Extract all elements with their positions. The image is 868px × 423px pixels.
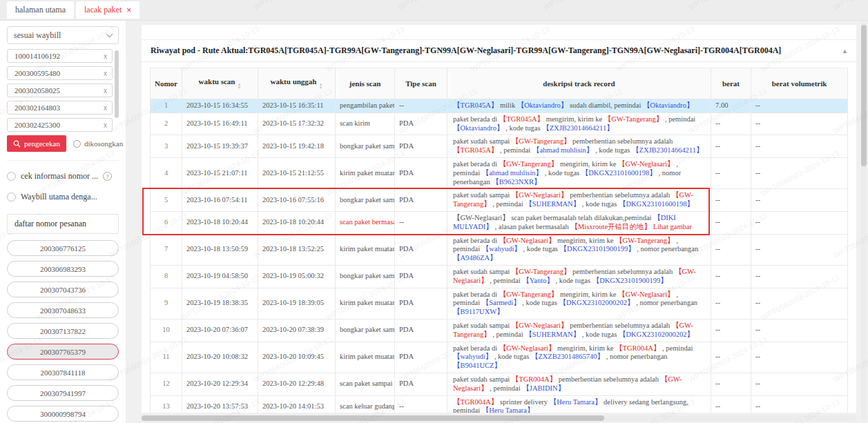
column-header-jenis_scan: jenis scan: [336, 68, 395, 99]
desc-segment: , pemindai: [663, 115, 695, 123]
desc-segment: paket sudah sampai: [453, 375, 512, 383]
remove-waybill-icon[interactable]: x: [101, 87, 110, 95]
cell-tipe-scan: --: [395, 99, 447, 113]
desc-segment: 【A9486ZA】: [453, 254, 497, 262]
cell-jenis-scan: pengambilan paket: [336, 99, 395, 113]
tab-lacak-paket[interactable]: lacak paket×: [76, 1, 139, 19]
cell-berat-volumetrik: --: [751, 112, 848, 135]
desc-segment: 【GW-Tangerang】: [512, 137, 571, 145]
cell-nomor: 10: [151, 319, 182, 342]
cell-tipe-scan: PDA: [395, 157, 447, 188]
page-horizontal-scrollbar[interactable]: [142, 415, 856, 421]
cell-berat-volumetrik: --: [751, 319, 848, 342]
radio-option-1[interactable]: cek informasi nomor ...?: [7, 171, 119, 181]
tab-halaman-utama[interactable]: halaman utama: [7, 1, 74, 19]
cell-waktu-scan: 2023-10-20 07:36:07: [182, 319, 258, 342]
remove-waybill-icon[interactable]: x: [101, 104, 110, 112]
desc-segment: paket sudah sampai: [453, 191, 512, 199]
order-item[interactable]: 200307941997: [7, 385, 119, 401]
table-row: 92023-10-19 18:38:352023-10-19 18:39:05k…: [151, 288, 848, 319]
radio-option-label: cek informasi nomor ...: [21, 171, 98, 181]
column-header-waktu_scan[interactable]: waktu scan▲▼: [182, 68, 258, 99]
cell-tipe-scan: --: [395, 211, 447, 234]
radio-icon[interactable]: [7, 193, 16, 201]
table-row: 72023-10-18 13:50:592023-10-18 13:52:25k…: [151, 234, 848, 265]
cell-deskripsi: paket sudah sampai 【GW-Tangerang】 pember…: [447, 135, 711, 158]
cell-berat: --: [711, 373, 751, 395]
cell-nomor: 8: [151, 265, 182, 288]
radio-icon[interactable]: [7, 172, 16, 181]
waybill-item[interactable]: 200302425300x: [7, 118, 113, 132]
table-row: 52023-10-16 07:54:112023-10-16 07:55:16b…: [151, 189, 848, 212]
desc-segment: 【GW-Neglasari】: [618, 291, 675, 298]
desc-segment: paket berada di: [453, 115, 499, 123]
desc-segment: 【ahmad muhlisin】: [482, 169, 543, 177]
remove-waybill-icon[interactable]: x: [101, 52, 110, 60]
column-header-berat: berat: [711, 68, 751, 99]
cell-berat-volumetrik: --: [751, 135, 848, 158]
clear-option[interactable]: dikosongkan: [73, 139, 123, 148]
waybill-number: 200300595480: [15, 69, 60, 77]
card-top-strip: [142, 25, 856, 40]
pod-history-title: Riwayat pod - Rute Aktual:TGR045A[TGR045…: [151, 46, 781, 56]
cell-nomor: 2: [151, 112, 182, 135]
lihat-gambar-link[interactable]: Lihat gambar: [653, 223, 692, 230]
page-vertical-scrollbar[interactable]: [861, 22, 867, 420]
desc-segment: 【B9117UXW】: [453, 308, 504, 315]
remove-waybill-icon[interactable]: x: [101, 70, 110, 77]
remove-waybill-icon[interactable]: x: [101, 121, 110, 129]
cell-deskripsi: 【TGR045A】 milik 【Oktaviandro】 sudah diam…: [447, 99, 711, 113]
order-item[interactable]: 200306983293: [7, 261, 119, 277]
pod-history-header: Riwayat pod - Rute Aktual:TGR045A[TGR045…: [142, 40, 856, 62]
order-item[interactable]: 200307765379: [7, 344, 119, 360]
horizontal-scrollbar-thumb[interactable]: [142, 415, 604, 421]
waybill-item[interactable]: 100014106192x: [7, 49, 113, 63]
tab-label: lacak paket: [84, 5, 122, 15]
help-icon[interactable]: ?: [103, 172, 112, 181]
close-tab-icon[interactable]: ×: [126, 6, 131, 14]
sort-icons[interactable]: ▲▼: [237, 83, 241, 90]
sort-icons[interactable]: ▲▼: [319, 83, 323, 90]
search-mode-select[interactable]: sesuai waybill: [7, 26, 119, 44]
waybill-item[interactable]: 200300595480x: [7, 66, 113, 80]
orders-panel-header[interactable]: daftar nomor pesanan: [7, 214, 119, 234]
order-item[interactable]: 200307137822: [7, 323, 119, 339]
desc-segment: milik: [498, 101, 517, 109]
cell-waktu-scan: 2023-10-20 10:08:32: [182, 342, 258, 373]
column-header-waktu_unggah[interactable]: waktu unggah▲▼: [258, 68, 336, 99]
waybill-list-scrollbar[interactable]: [115, 50, 119, 118]
waybill-item[interactable]: 200302164803x: [7, 101, 113, 115]
desc-segment: paket sudah sampai: [453, 322, 512, 329]
cell-jenis-scan: kirim paket muatan: [336, 234, 395, 265]
order-item[interactable]: 200307841118: [7, 364, 119, 380]
desc-segment: , pemindai: [488, 277, 523, 284]
cell-nomor: 12: [151, 373, 182, 395]
radio-option-2[interactable]: Waybill utama denga...: [7, 192, 119, 202]
cell-waktu-unggah: 2023-10-20 14:01:53: [258, 395, 336, 413]
cell-berat-volumetrik: --: [751, 99, 848, 113]
order-item[interactable]: 200307043736: [7, 282, 119, 297]
desc-segment: sprinter delivery: [498, 398, 549, 406]
cell-deskripsi: paket berada di 【GW-Neglasari】 mengirim,…: [447, 342, 711, 373]
desc-segment: 【GW-Neglasari】: [499, 237, 556, 244]
order-item[interactable]: 300000998794: [7, 406, 119, 422]
waybill-item[interactable]: 200302058025x: [7, 83, 113, 97]
sort-desc-icon[interactable]: ▼: [319, 86, 323, 90]
table-body: 12023-10-15 16:34:552023-10-15 16:35:11p…: [151, 99, 848, 413]
desc-segment: 【Yanto】: [522, 277, 554, 284]
collapse-panel-icon[interactable]: ▲: [842, 48, 848, 55]
table-row: 102023-10-20 07:36:072023-10-20 07:38:39…: [151, 319, 848, 342]
cell-jenis-scan: kirim paket muatan: [336, 288, 395, 319]
desc-segment: , nomor penerbangan: [635, 299, 698, 306]
order-item[interactable]: 200306776125: [7, 240, 119, 256]
vertical-scrollbar-thumb[interactable]: [861, 25, 867, 166]
order-item[interactable]: 200307048633: [7, 302, 119, 318]
sort-desc-icon[interactable]: ▼: [237, 86, 241, 90]
cell-berat: --: [711, 189, 751, 212]
cell-waktu-scan: 2023-10-15 19:39:37: [182, 135, 258, 158]
content-card: Riwayat pod - Rute Aktual:TGR045A[TGR045…: [142, 25, 856, 413]
cell-berat: --: [711, 288, 751, 319]
check-button[interactable]: pengecekan: [7, 135, 66, 152]
desc-segment: , pemindai: [498, 146, 532, 154]
cell-deskripsi: paket sudah sampai 【GW-Neglasari】 pember…: [447, 189, 711, 212]
